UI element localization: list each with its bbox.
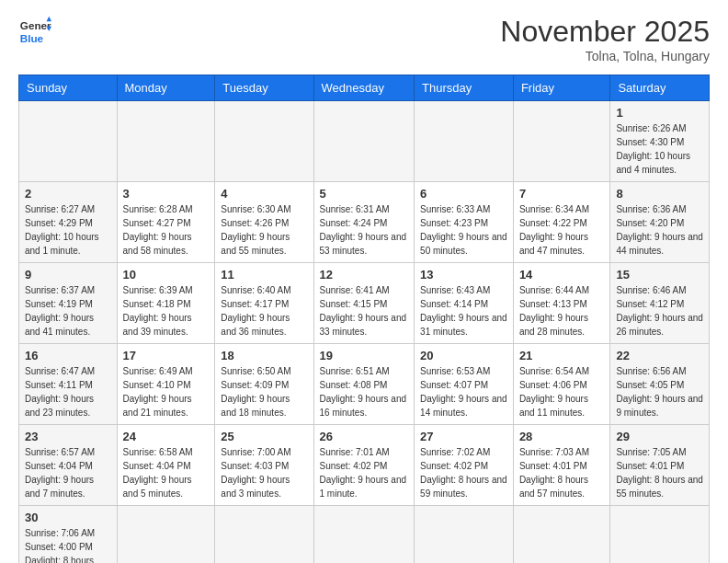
table-row: 16Sunrise: 6:47 AM Sunset: 4:11 PM Dayli… [19,344,118,425]
month-title: November 2025 [500,15,710,49]
location: Tolna, Tolna, Hungary [500,49,710,63]
day-number: 27 [420,430,507,443]
calendar-body: 1Sunrise: 6:26 AM Sunset: 4:30 PM Daylig… [19,101,710,564]
table-row: 24Sunrise: 6:58 AM Sunset: 4:04 PM Dayli… [117,425,215,506]
day-info: Sunrise: 6:58 AM Sunset: 4:04 PM Dayligh… [123,445,210,500]
table-row: 4Sunrise: 6:30 AM Sunset: 4:26 PM Daylig… [215,182,313,263]
day-number: 18 [221,349,307,362]
title-block: November 2025 Tolna, Tolna, Hungary [500,15,710,63]
table-row: 7Sunrise: 6:34 AM Sunset: 4:22 PM Daylig… [513,182,610,263]
day-info: Sunrise: 6:26 AM Sunset: 4:30 PM Dayligh… [616,121,703,177]
day-number: 9 [25,268,111,282]
table-row: 29Sunrise: 7:05 AM Sunset: 4:01 PM Dayli… [610,425,710,506]
day-number: 29 [616,430,703,443]
table-row [415,506,514,564]
table-row: 5Sunrise: 6:31 AM Sunset: 4:24 PM Daylig… [313,182,415,263]
col-thursday: Thursday [415,75,514,101]
table-row: 26Sunrise: 7:01 AM Sunset: 4:02 PM Dayli… [313,425,415,506]
day-number: 24 [123,430,210,443]
day-info: Sunrise: 6:54 AM Sunset: 4:06 PM Dayligh… [519,364,605,419]
calendar-week-row: 30Sunrise: 7:06 AM Sunset: 4:00 PM Dayli… [19,506,710,564]
day-info: Sunrise: 6:53 AM Sunset: 4:07 PM Dayligh… [420,364,507,419]
day-info: Sunrise: 7:05 AM Sunset: 4:01 PM Dayligh… [616,445,703,500]
day-info: Sunrise: 6:34 AM Sunset: 4:22 PM Dayligh… [519,202,605,258]
day-number: 6 [420,187,507,201]
day-number: 14 [519,268,605,282]
calendar-week-row: 23Sunrise: 6:57 AM Sunset: 4:04 PM Dayli… [19,425,710,506]
col-friday: Friday [513,75,610,101]
calendar-week-row: 1Sunrise: 6:26 AM Sunset: 4:30 PM Daylig… [19,101,710,182]
table-row: 20Sunrise: 6:53 AM Sunset: 4:07 PM Dayli… [415,344,514,425]
table-row [313,101,415,182]
day-number: 26 [320,430,409,443]
table-row: 9Sunrise: 6:37 AM Sunset: 4:19 PM Daylig… [19,263,118,344]
day-number: 20 [420,349,507,362]
table-row: 22Sunrise: 6:56 AM Sunset: 4:05 PM Dayli… [610,344,710,425]
day-number: 17 [123,349,210,362]
day-info: Sunrise: 6:49 AM Sunset: 4:10 PM Dayligh… [123,364,210,419]
day-info: Sunrise: 7:03 AM Sunset: 4:01 PM Dayligh… [519,445,605,500]
table-row: 28Sunrise: 7:03 AM Sunset: 4:01 PM Dayli… [513,425,610,506]
day-number: 12 [320,268,409,282]
day-number: 3 [123,187,210,201]
table-row [313,506,415,564]
table-row: 12Sunrise: 6:41 AM Sunset: 4:15 PM Dayli… [313,263,415,344]
day-info: Sunrise: 6:33 AM Sunset: 4:23 PM Dayligh… [420,202,507,258]
calendar-week-row: 16Sunrise: 6:47 AM Sunset: 4:11 PM Dayli… [19,344,710,425]
svg-text:Blue: Blue [20,32,44,44]
table-row [513,101,610,182]
day-info: Sunrise: 6:37 AM Sunset: 4:19 PM Dayligh… [25,283,111,339]
day-number: 16 [25,349,111,362]
col-wednesday: Wednesday [313,75,415,101]
day-info: Sunrise: 6:46 AM Sunset: 4:12 PM Dayligh… [616,283,703,339]
table-row [215,101,313,182]
table-row: 13Sunrise: 6:43 AM Sunset: 4:14 PM Dayli… [415,263,514,344]
table-row: 6Sunrise: 6:33 AM Sunset: 4:23 PM Daylig… [415,182,514,263]
day-info: Sunrise: 6:44 AM Sunset: 4:13 PM Dayligh… [519,283,605,339]
day-number: 8 [616,187,703,201]
day-info: Sunrise: 6:36 AM Sunset: 4:20 PM Dayligh… [616,202,703,258]
day-number: 30 [25,511,111,524]
table-row: 1Sunrise: 6:26 AM Sunset: 4:30 PM Daylig… [610,101,710,182]
table-row: 3Sunrise: 6:28 AM Sunset: 4:27 PM Daylig… [117,182,215,263]
col-monday: Monday [117,75,215,101]
day-number: 7 [519,187,605,201]
day-info: Sunrise: 6:51 AM Sunset: 4:08 PM Dayligh… [320,364,409,419]
header: General Blue November 2025 Tolna, Tolna,… [18,15,710,63]
table-row [215,506,313,564]
day-number: 13 [420,268,507,282]
calendar-week-row: 2Sunrise: 6:27 AM Sunset: 4:29 PM Daylig… [19,182,710,263]
table-row: 27Sunrise: 7:02 AM Sunset: 4:02 PM Dayli… [415,425,514,506]
col-sunday: Sunday [19,75,118,101]
day-info: Sunrise: 6:30 AM Sunset: 4:26 PM Dayligh… [221,202,307,258]
logo: General Blue [18,15,51,48]
generalblue-icon: General Blue [18,15,51,48]
table-row: 19Sunrise: 6:51 AM Sunset: 4:08 PM Dayli… [313,344,415,425]
day-info: Sunrise: 6:40 AM Sunset: 4:17 PM Dayligh… [221,283,307,339]
day-number: 11 [221,268,307,282]
day-info: Sunrise: 6:47 AM Sunset: 4:11 PM Dayligh… [25,364,111,419]
day-number: 15 [616,268,703,282]
day-number: 5 [320,187,409,201]
page: General Blue November 2025 Tolna, Tolna,… [0,0,728,563]
table-row [415,101,514,182]
day-number: 2 [25,187,111,201]
table-row: 23Sunrise: 6:57 AM Sunset: 4:04 PM Dayli… [19,425,118,506]
table-row [610,506,710,564]
table-row: 30Sunrise: 7:06 AM Sunset: 4:00 PM Dayli… [19,506,118,564]
table-row: 2Sunrise: 6:27 AM Sunset: 4:29 PM Daylig… [19,182,118,263]
table-row: 8Sunrise: 6:36 AM Sunset: 4:20 PM Daylig… [610,182,710,263]
day-number: 22 [616,349,703,362]
day-info: Sunrise: 6:28 AM Sunset: 4:27 PM Dayligh… [123,202,210,258]
day-info: Sunrise: 7:06 AM Sunset: 4:00 PM Dayligh… [25,526,111,563]
day-number: 21 [519,349,605,362]
day-number: 23 [25,430,111,443]
table-row: 21Sunrise: 6:54 AM Sunset: 4:06 PM Dayli… [513,344,610,425]
table-row [19,101,118,182]
table-row: 25Sunrise: 7:00 AM Sunset: 4:03 PM Dayli… [215,425,313,506]
table-row: 18Sunrise: 6:50 AM Sunset: 4:09 PM Dayli… [215,344,313,425]
table-row [117,506,215,564]
day-info: Sunrise: 6:41 AM Sunset: 4:15 PM Dayligh… [320,283,409,339]
day-info: Sunrise: 6:56 AM Sunset: 4:05 PM Dayligh… [616,364,703,419]
day-number: 25 [221,430,307,443]
